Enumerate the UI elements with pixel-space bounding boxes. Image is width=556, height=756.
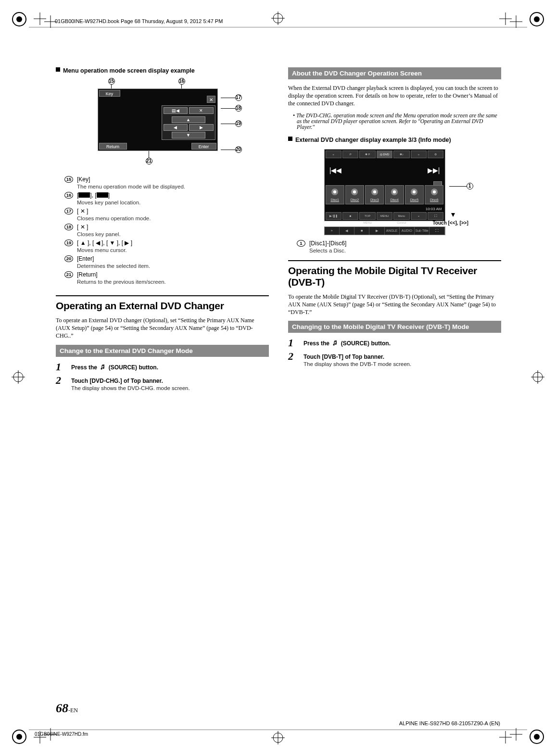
subhead-menu-mode: Menu operation mode screen display examp… [56, 67, 269, 74]
touch-bar: » ◀ ■ ▶ ANGLE AUDIO Sub Title ⛶ [324, 227, 445, 235]
tab-gear[interactable]: ⚙ [428, 151, 443, 158]
menu-screen: Key ✕ ▤◀✕ ▲ ◀▶ ▼ Return Enter [98, 88, 218, 151]
touchbar-btn[interactable]: » [325, 227, 340, 235]
tab-next[interactable]: » [411, 151, 427, 158]
content: Menu operation mode screen display examp… [56, 67, 501, 393]
cursor-up-button[interactable]: ▲ [172, 116, 205, 123]
def-num: 18 [64, 224, 73, 230]
definition-list: 15[Key] The menu operation mode will be … [64, 176, 269, 285]
disc-button[interactable]: Disc5 [405, 185, 424, 204]
section-title-dvbt: Operating the Mobile Digital TV Receiver… [288, 260, 501, 288]
svg-point-3 [534, 16, 540, 22]
def-num: 1 [297, 240, 305, 247]
hairline-bottom [29, 730, 527, 730]
prev-button[interactable]: |◀◀ [328, 163, 344, 177]
next-button[interactable]: ▶▶| [426, 163, 442, 177]
touchbar-btn[interactable]: Sub Title [415, 227, 430, 235]
tab-siriusxm[interactable]: ✱ P SiriusXM [359, 151, 375, 158]
svg-point-5 [16, 734, 22, 740]
tab-prev[interactable]: « [326, 151, 341, 158]
crop-mark-tl [10, 10, 29, 29]
def-desc: Determines the selected item. [77, 263, 269, 269]
play-pause-button[interactable]: ▶/❚❚ [326, 212, 341, 220]
def-label-mid: ], [ [90, 192, 96, 199]
disc-button[interactable]: Disc2 [345, 185, 364, 204]
menu-control-button[interactable]: Menu Control [393, 212, 409, 220]
lead-20 [221, 150, 235, 150]
tab-bt-audio[interactable]: ✱♪ BLUETOOTH AUDIO [393, 151, 409, 158]
def-desc: Closes menu operation mode. [77, 215, 269, 221]
def-label: [Return] [77, 271, 98, 278]
screen-button[interactable]: ⛶ [428, 212, 443, 220]
def-desc: Selects a Disc. [309, 248, 501, 253]
def-desc: Closes key panel. [77, 231, 269, 237]
return-button[interactable]: Return [99, 143, 127, 150]
graybar-dvbt-mode: Changing to the Mobile Digital TV Receiv… [288, 321, 501, 333]
enter-button[interactable]: Enter [191, 143, 216, 150]
lead-18 [221, 108, 235, 109]
definition-list-2: 1[Disc1]-[Disc6] Selects a Disc. [297, 240, 501, 253]
touch-label: Touch [<<], [>>] [433, 220, 474, 226]
disc-button[interactable]: Disc3 [365, 185, 384, 204]
tab-pandora[interactable]: P PANDORA [342, 151, 358, 158]
square-bullet-icon [56, 67, 60, 72]
subhead-external-dvd: External DVD changer display example 3/3… [288, 137, 501, 143]
touchbar-btn[interactable]: ▶ [369, 227, 384, 235]
subhead-text: External DVD changer display example 3/3… [295, 137, 501, 143]
stop-button[interactable]: ■ [342, 212, 358, 220]
move-left-button[interactable]: ▤◀ [164, 107, 188, 114]
move-left-icon [78, 192, 90, 198]
disc-button[interactable]: Disc4 [385, 185, 404, 204]
touchbar-btn[interactable]: AUDIO [400, 227, 415, 235]
tab-dvdchg[interactable]: ◎ DVD CHG [377, 151, 392, 158]
def-label: [Key] [77, 176, 90, 183]
menu-figure: 15 16 17 18 19 20 21 Key ✕ ▤◀✕ ▲ ◀▶ ▼ [83, 78, 242, 164]
disc-button[interactable]: Disc6 [425, 185, 443, 204]
touchbar-btn[interactable]: ■ [354, 227, 369, 235]
def-label: [ ▲ ], [ ◀ ], [ ▼ ], [ ▶ ] [77, 239, 132, 246]
close-button[interactable]: ✕ [207, 96, 215, 103]
def-num: 16 [64, 192, 73, 199]
step-num: 2 [56, 375, 66, 386]
header-line: 01GB00INE-W927HD.book Page 68 Thursday, … [55, 18, 223, 24]
touchbar-btn[interactable]: ANGLE [385, 227, 400, 235]
menu-button[interactable]: MENU [377, 212, 392, 220]
def-label: [], [] [77, 192, 110, 199]
graybar-change-mode: Change to the External DVD Changer Mode [56, 345, 269, 357]
panel-close-button[interactable]: ✕ [189, 107, 214, 114]
crop-mark-bl [10, 727, 29, 746]
lead-17 [221, 98, 235, 98]
touchbar-btn[interactable]: ⛶ [430, 227, 444, 235]
def-label: [ ✕ ] [77, 208, 88, 214]
svg-point-1 [16, 16, 22, 22]
def-desc: Moves menu cursor. [77, 247, 269, 253]
touchbar-btn[interactable]: ◀ [340, 227, 354, 235]
cursor-right-button[interactable]: ▶ [189, 124, 214, 131]
section-para: To operate an External DVD changer (Opti… [56, 316, 269, 340]
top-menu-button[interactable]: TOP MENU [359, 212, 375, 220]
cursor-left-button[interactable]: ◀ [164, 124, 188, 131]
reg-mark-r [531, 370, 544, 384]
step-num: 2 [288, 351, 299, 362]
hairline-top [29, 27, 527, 27]
step-body: Touch [DVD-CHG.] of Top banner.The displ… [71, 375, 269, 391]
disc-button[interactable]: Disc1 [326, 185, 344, 204]
def-label: [Enter] [77, 255, 94, 262]
collapse-button[interactable]: « [411, 212, 427, 220]
arrow-down-icon [451, 213, 455, 217]
step-num: 1 [56, 362, 66, 372]
music-note-icon [100, 364, 106, 370]
top-tab-row: « P PANDORA ✱ P SiriusXM ◎ DVD CHG ✱♪ BL… [326, 151, 444, 158]
crop-mark-tr [527, 10, 546, 29]
cursor-down-button[interactable]: ▼ [172, 132, 205, 139]
key-button[interactable]: Key [99, 90, 120, 97]
callout-19: 19 [235, 120, 242, 127]
callout-21: 21 [146, 158, 152, 164]
step-row: 2 Touch [DVD-CHG.] of Top banner.The dis… [56, 375, 269, 391]
crop-r2 [510, 15, 522, 28]
def-desc: Returns to the previous item/screen. [77, 279, 269, 285]
callout-16: 16 [178, 78, 185, 85]
footer-file: 01GB06INE-W927HD.fm [35, 731, 88, 737]
svg-point-7 [534, 734, 540, 740]
step-row: 2 Touch [DVB-T] of Top banner.The displa… [288, 351, 501, 367]
